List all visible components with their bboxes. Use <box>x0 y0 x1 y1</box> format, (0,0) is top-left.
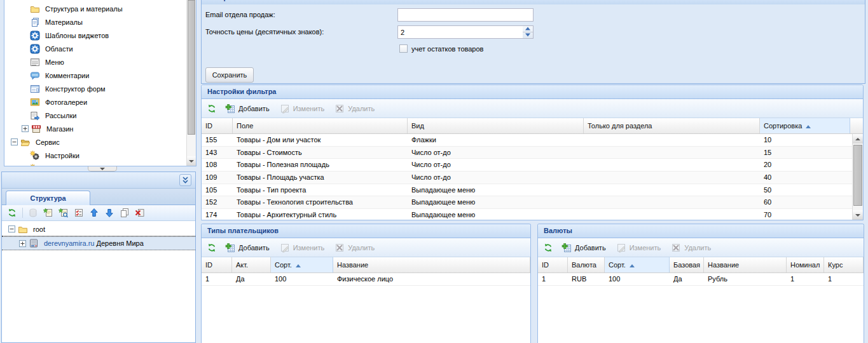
refresh-icon[interactable] <box>7 208 17 218</box>
table-row[interactable]: 109Товары - Площадь участкаЧисло от-до40 <box>202 172 863 184</box>
column-header[interactable]: Акт. <box>232 257 271 272</box>
toolbar-separator <box>22 208 23 218</box>
stock-checkbox-label: учет остатков товаров <box>411 45 483 53</box>
filter-grid-scrollbar[interactable] <box>852 134 863 220</box>
sidebar-scrollbar[interactable] <box>186 0 196 166</box>
table-cell: Товары - Стоимость <box>233 147 408 159</box>
tree-item[interactable]: Структура и материалы <box>4 2 186 15</box>
precision-field[interactable] <box>397 25 534 39</box>
tasks-icon[interactable] <box>74 208 84 218</box>
column-header[interactable]: Валюта <box>568 257 605 272</box>
tree-item[interactable]: Меню <box>4 55 186 69</box>
tree-item[interactable]: derevnyamira.ruДеревня Мира <box>2 236 195 250</box>
column-header-label: Название <box>337 261 368 269</box>
filter-settings-panel: Настройки фильтра Добавить Изменить Удал… <box>201 84 864 220</box>
tree-item[interactable]: Настройки <box>4 149 186 162</box>
table-row[interactable]: 105Товары - Тип проектаВыпадающее меню50 <box>202 184 863 197</box>
table-cell: 15 <box>760 147 850 159</box>
tree-item[interactable]: Рассылки <box>4 109 186 122</box>
scrollbar-thumb[interactable] <box>188 0 195 135</box>
save-button[interactable]: Сохранить <box>205 67 254 83</box>
tree-item[interactable]: Материалы <box>4 15 186 29</box>
tree-item[interactable]: Сервис <box>4 135 186 149</box>
column-header[interactable]: ID <box>202 257 232 272</box>
tree-item[interactable]: root <box>2 222 195 236</box>
column-header[interactable]: ID <box>538 257 568 272</box>
delete-page-icon[interactable] <box>135 208 145 218</box>
tree-item[interactable] <box>4 162 186 166</box>
move-up-icon[interactable] <box>89 208 99 218</box>
column-header[interactable]: Поле <box>233 118 408 133</box>
spinner-down-icon[interactable] <box>523 32 533 39</box>
server-icon[interactable] <box>28 208 38 218</box>
edit-button[interactable]: Изменить <box>614 241 663 254</box>
site-structure-tree: rootderevnyamira.ruДеревня Мира <box>2 222 195 342</box>
table-cell: Товары - Площадь участка <box>233 172 408 184</box>
table-row[interactable]: 143Товары - СтоимостьЧисло от-до15 <box>202 147 863 159</box>
edit-button[interactable]: Изменить <box>278 241 327 254</box>
table-cell: 174 <box>202 209 233 220</box>
refresh-icon[interactable] <box>207 104 217 114</box>
column-header[interactable]: Вид <box>408 118 584 133</box>
table-row[interactable]: 1RUB100ДаРубль11 <box>538 273 864 286</box>
tree-item-label: Деревня Мира <box>94 239 145 247</box>
add-button[interactable]: Добавить <box>223 241 272 254</box>
email-field[interactable] <box>397 8 534 22</box>
table-cell: Товары - Полезная площадь <box>233 159 408 171</box>
collapse-minus-icon[interactable] <box>8 225 15 232</box>
currencies-grid: IDВалютаСорт.БазоваяНазваниеНоминалКурс … <box>538 257 864 342</box>
currencies-title: Валюты <box>538 224 864 238</box>
scroll-up-icon[interactable] <box>853 134 863 144</box>
spinner-up-icon[interactable] <box>523 26 533 32</box>
filter-grid-body: 155Товары - Дом или участокФлажки10143То… <box>202 134 863 220</box>
tree-item[interactable]: Шаблоны виджетов <box>4 29 186 42</box>
add-virtual-page-icon[interactable] <box>59 208 69 218</box>
column-header[interactable]: ID <box>202 118 233 133</box>
stock-checkbox[interactable] <box>399 44 408 53</box>
tree-item[interactable]: Комментарии <box>4 69 186 82</box>
tree-item[interactable]: Магазин <box>4 122 186 135</box>
column-header[interactable]: Сорт. <box>271 257 333 272</box>
table-row[interactable]: 152Товары - Технология строительстваВыпа… <box>202 196 863 209</box>
column-header[interactable]: Номинал <box>787 257 824 272</box>
table-row[interactable]: 1Да100Физическое лицо <box>202 273 530 286</box>
splitter-collapse-icon[interactable] <box>88 166 117 172</box>
scroll-down-icon[interactable] <box>853 210 863 220</box>
collapse-chevrons-icon[interactable] <box>179 174 191 186</box>
column-header-label: Сортировка <box>764 122 802 130</box>
scrollbar-thumb[interactable] <box>853 145 862 206</box>
tree-item[interactable]: Конструктор форм <box>4 82 186 95</box>
tree-item[interactable]: Области <box>4 42 186 55</box>
edit-button[interactable]: Изменить <box>278 102 327 115</box>
table-row[interactable]: 108Товары - Полезная площадьЧисло от-до2… <box>202 159 863 172</box>
move-down-icon[interactable] <box>104 208 114 218</box>
add-button[interactable]: Добавить <box>223 102 272 115</box>
refresh-icon[interactable] <box>207 243 217 253</box>
refresh-icon[interactable] <box>543 243 553 253</box>
column-header[interactable]: Название <box>704 257 787 272</box>
expand-plus-icon[interactable] <box>22 125 29 132</box>
tree-item-label: Шаблоны виджетов <box>43 32 111 39</box>
tree-item-link[interactable]: derevnyamira.ru <box>42 239 94 247</box>
scroll-down-icon[interactable] <box>187 156 196 166</box>
expand-plus-icon[interactable] <box>19 240 26 247</box>
delete-button[interactable]: Удалить <box>333 102 376 115</box>
tree-item[interactable]: Фотогалереи <box>4 95 186 109</box>
column-header[interactable]: Базовая <box>670 257 704 272</box>
add-page-icon[interactable] <box>43 208 53 218</box>
table-row[interactable]: 155Товары - Дом или участокФлажки10 <box>202 134 863 147</box>
column-header[interactable]: Сорт. <box>605 257 670 272</box>
delete-button[interactable]: Удалить <box>333 241 376 254</box>
column-header[interactable]: Курс <box>824 257 864 272</box>
tab-structure[interactable]: Структура <box>6 191 90 205</box>
column-header[interactable]: Только для раздела <box>584 118 760 133</box>
add-button[interactable]: Добавить <box>560 241 608 254</box>
copy-icon[interactable] <box>120 208 130 218</box>
column-header[interactable]: Сортировка <box>760 118 850 133</box>
delete-icon <box>334 104 345 114</box>
delete-button[interactable]: Удалить <box>669 241 713 254</box>
table-row[interactable]: 174Товары - Архитектурный стильВыпадающе… <box>202 209 863 220</box>
collapse-minus-icon[interactable] <box>11 138 18 145</box>
tree-item-label: root <box>31 225 47 233</box>
column-header[interactable]: Название <box>333 257 530 272</box>
